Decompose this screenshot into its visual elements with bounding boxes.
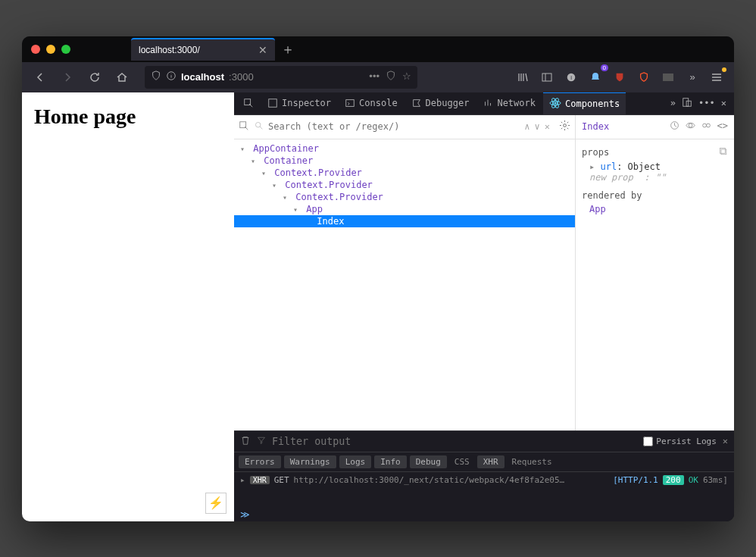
svg-text:i: i xyxy=(570,74,572,80)
react-icon xyxy=(549,97,561,111)
page-heading: Home page xyxy=(34,105,222,129)
filter-css[interactable]: CSS xyxy=(450,455,474,468)
svg-rect-23 xyxy=(720,148,726,153)
devtools-overflow-icon[interactable]: » xyxy=(670,98,676,108)
pick-element-button[interactable] xyxy=(237,92,260,115)
search-prev-icon[interactable]: ∧ xyxy=(524,121,530,132)
home-button[interactable] xyxy=(111,67,133,88)
xhr-badge: XHR xyxy=(250,476,270,484)
tree-node[interactable]: ▾ Container xyxy=(234,155,575,167)
toolbar-extensions: i 0 » xyxy=(513,67,726,87)
notification-extension-icon[interactable]: 0 xyxy=(586,67,605,87)
prerender-indicator[interactable]: ⚡ xyxy=(205,493,226,514)
component-tree-panel: ∧ ∨ ✕ ▾ AppContainer▾ Container▾ Context… xyxy=(234,115,575,430)
search-clear-icon[interactable]: ✕ xyxy=(545,121,550,132)
svg-point-20 xyxy=(702,124,706,127)
log-method: GET xyxy=(274,475,289,485)
filter-requests[interactable]: Requests xyxy=(508,455,557,468)
forward-button[interactable] xyxy=(57,67,78,88)
filter-logs[interactable]: Logs xyxy=(339,455,372,468)
filter-debug[interactable]: Debug xyxy=(410,455,447,468)
notification-badge: 0 xyxy=(601,64,608,71)
svg-point-9 xyxy=(554,102,556,104)
sidebar-icon[interactable] xyxy=(537,67,557,87)
svg-rect-13 xyxy=(683,98,689,106)
console-prompt[interactable]: ≫ xyxy=(234,508,734,521)
devtools-menu-icon[interactable]: ••• xyxy=(698,98,715,108)
console-log-row[interactable]: ▸ XHR GET http://localhost:3000/_next/st… xyxy=(240,475,728,485)
more-icon[interactable]: ••• xyxy=(369,70,380,83)
tracking-icon[interactable] xyxy=(386,70,396,83)
web-page: Home page ⚡ xyxy=(22,92,234,521)
search-next-icon[interactable]: ∨ xyxy=(535,121,540,132)
responsive-mode-icon[interactable] xyxy=(682,97,692,110)
log-component-icon[interactable] xyxy=(701,120,711,133)
tab-inspector[interactable]: Inspector xyxy=(261,92,337,115)
tab-network[interactable]: Network xyxy=(476,92,542,115)
browser-window: localhost:3000/ ✕ ＋ localhost:3000 ••• ☆ xyxy=(22,36,734,521)
component-search-bar: ∧ ∨ ✕ xyxy=(234,115,575,139)
suspend-icon[interactable] xyxy=(670,120,679,133)
copy-props-icon[interactable] xyxy=(719,147,728,158)
tab-close-button[interactable]: ✕ xyxy=(258,44,267,56)
tree-node[interactable]: ▾ Context.Provider xyxy=(234,191,575,203)
prop-row[interactable]: ▸ url: Object xyxy=(582,161,728,172)
persist-logs-toggle[interactable]: Persist Logs xyxy=(643,437,716,446)
extension-info-icon[interactable]: i xyxy=(561,67,581,87)
selected-component-name: Index xyxy=(582,121,609,132)
ublock-icon[interactable] xyxy=(610,67,629,87)
console-close-icon[interactable]: ✕ xyxy=(723,436,728,446)
overflow-icon[interactable]: » xyxy=(683,67,702,87)
tab-console[interactable]: Console xyxy=(339,92,404,115)
console-filter-input[interactable] xyxy=(272,436,637,447)
filter-warnings[interactable]: Warnings xyxy=(284,455,336,468)
library-icon[interactable] xyxy=(513,67,533,87)
svg-rect-8 xyxy=(346,100,355,107)
new-tab-button[interactable]: ＋ xyxy=(281,40,295,58)
devtools-close-button[interactable]: ✕ xyxy=(721,98,726,108)
minimize-window-button[interactable] xyxy=(46,45,55,54)
url-bar[interactable]: localhost:3000 ••• ☆ xyxy=(145,66,417,89)
url-host: localhost xyxy=(181,71,224,83)
reload-button[interactable] xyxy=(84,67,105,88)
component-tree[interactable]: ▾ AppContainer▾ Container▾ Context.Provi… xyxy=(234,139,575,430)
filter-errors[interactable]: Errors xyxy=(239,455,281,468)
log-time: 63ms] xyxy=(703,475,728,485)
rendered-by-title: rendered by xyxy=(582,190,642,201)
back-button[interactable] xyxy=(30,67,51,88)
bookmark-icon[interactable]: ☆ xyxy=(402,70,411,83)
svg-rect-22 xyxy=(721,149,726,155)
rendered-by-link[interactable]: App xyxy=(582,204,728,214)
maximize-window-button[interactable] xyxy=(61,45,70,54)
extension-rect-icon[interactable] xyxy=(658,67,678,87)
window-titlebar: localhost:3000/ ✕ ＋ xyxy=(22,36,734,62)
component-search-input[interactable] xyxy=(268,121,520,132)
brave-shield-icon[interactable] xyxy=(634,67,654,87)
tree-node[interactable]: ▾ App xyxy=(234,203,575,215)
browser-tab[interactable]: localhost:3000/ ✕ xyxy=(131,38,275,61)
tab-components[interactable]: Components xyxy=(543,92,626,115)
info-icon[interactable] xyxy=(166,70,177,83)
inspect-dom-icon[interactable] xyxy=(686,120,695,133)
browser-toolbar: localhost:3000 ••• ☆ i 0 » xyxy=(22,62,734,92)
select-element-icon[interactable] xyxy=(239,120,249,133)
filter-icon xyxy=(257,436,266,447)
svg-point-17 xyxy=(564,124,567,127)
tree-node[interactable]: ▾ Context.Provider xyxy=(234,179,575,191)
tree-node[interactable]: ▾ AppContainer xyxy=(234,142,575,155)
tree-node[interactable]: Index xyxy=(234,215,575,227)
tab-debugger[interactable]: Debugger xyxy=(405,92,476,115)
settings-icon[interactable] xyxy=(559,120,570,133)
view-source-icon[interactable]: <> xyxy=(717,120,728,133)
filter-info[interactable]: Info xyxy=(374,455,407,468)
svg-point-19 xyxy=(689,124,692,127)
clear-console-icon[interactable] xyxy=(240,435,251,448)
tree-node[interactable]: ▾ Context.Provider xyxy=(234,167,575,179)
close-window-button[interactable] xyxy=(31,45,40,54)
svg-point-16 xyxy=(255,122,261,127)
new-prop-row[interactable]: new prop : "" xyxy=(582,172,728,183)
content-area: Home page ⚡ Inspector Console Debugger N… xyxy=(22,92,734,521)
menu-button[interactable] xyxy=(707,67,726,87)
filter-xhr[interactable]: XHR xyxy=(477,455,505,468)
log-url: http://localhost:3000/_next/static/webpa… xyxy=(294,475,609,485)
